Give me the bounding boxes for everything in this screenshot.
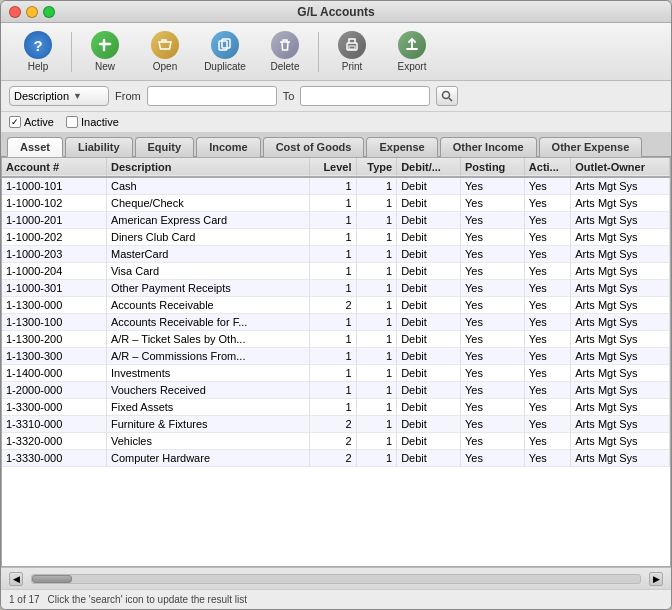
cell-outlet: Arts Mgt Sys [571, 399, 670, 416]
cell-account: 1-1000-203 [2, 246, 106, 263]
cell-posting: Yes [461, 177, 525, 195]
table-row[interactable]: 1-1300-200A/R – Ticket Sales by Oth...11… [2, 331, 670, 348]
to-label: To [283, 90, 295, 102]
cell-level: 1 [310, 195, 356, 212]
scroll-left-button[interactable]: ◀ [9, 572, 23, 586]
table-row[interactable]: 1-1000-204Visa Card11DebitYesYesArts Mgt… [2, 263, 670, 280]
table-row[interactable]: 1-3320-000Vehicles21DebitYesYesArts Mgt … [2, 433, 670, 450]
tab-other-income[interactable]: Other Income [440, 137, 537, 157]
active-checkbox-label[interactable]: ✓ Active [9, 116, 54, 128]
tab-expense[interactable]: Expense [366, 137, 437, 157]
delete-button[interactable]: Delete [256, 27, 314, 77]
cell-type: 1 [356, 297, 397, 314]
accounts-table-container[interactable]: Account # Description Level Type Debit/.… [1, 157, 671, 567]
col-header-description[interactable]: Description [106, 158, 309, 177]
from-input[interactable] [147, 86, 277, 106]
cell-account: 1-1000-201 [2, 212, 106, 229]
cell-level: 1 [310, 382, 356, 399]
horizontal-scrollbar: ◀ ▶ [1, 567, 671, 589]
cell-debit: Debit [397, 280, 461, 297]
search-button[interactable] [436, 86, 458, 106]
cell-type: 1 [356, 399, 397, 416]
cell-debit: Debit [397, 365, 461, 382]
cell-posting: Yes [461, 416, 525, 433]
cell-posting: Yes [461, 365, 525, 382]
table-row[interactable]: 1-1300-100Accounts Receivable for F...11… [2, 314, 670, 331]
cell-account: 1-1300-200 [2, 331, 106, 348]
cell-description: A/R – Ticket Sales by Oth... [106, 331, 309, 348]
cell-outlet: Arts Mgt Sys [571, 212, 670, 229]
open-button[interactable]: Open [136, 27, 194, 77]
table-row[interactable]: 1-3310-000Furniture & Fixtures21DebitYes… [2, 416, 670, 433]
col-header-account[interactable]: Account # [2, 158, 106, 177]
cell-type: 1 [356, 433, 397, 450]
tab-other-expense[interactable]: Other Expense [539, 137, 643, 157]
close-button[interactable] [9, 6, 21, 18]
table-row[interactable]: 1-1000-203MasterCard11DebitYesYesArts Mg… [2, 246, 670, 263]
minimize-button[interactable] [26, 6, 38, 18]
cell-debit: Debit [397, 450, 461, 467]
table-row[interactable]: 1-1300-300A/R – Commissions From...11Deb… [2, 348, 670, 365]
col-header-outlet[interactable]: Outlet-Owner [571, 158, 670, 177]
tab-liability[interactable]: Liability [65, 137, 133, 157]
tab-cost-of-goods[interactable]: Cost of Goods [263, 137, 365, 157]
cell-posting: Yes [461, 450, 525, 467]
col-header-level[interactable]: Level [310, 158, 356, 177]
cell-debit: Debit [397, 433, 461, 450]
cell-debit: Debit [397, 314, 461, 331]
cell-level: 1 [310, 212, 356, 229]
col-header-debit[interactable]: Debit/... [397, 158, 461, 177]
maximize-button[interactable] [43, 6, 55, 18]
cell-description: Vouchers Received [106, 382, 309, 399]
col-header-type[interactable]: Type [356, 158, 397, 177]
help-button[interactable]: ? Help [9, 27, 67, 77]
col-header-acti[interactable]: Acti... [524, 158, 570, 177]
print-icon [338, 31, 366, 59]
cell-account: 1-1000-204 [2, 263, 106, 280]
print-button[interactable]: Print [323, 27, 381, 77]
col-header-posting[interactable]: Posting [461, 158, 525, 177]
cell-acti: Yes [524, 314, 570, 331]
to-input[interactable] [300, 86, 430, 106]
tab-equity[interactable]: Equity [135, 137, 195, 157]
new-button[interactable]: New [76, 27, 134, 77]
cell-type: 1 [356, 280, 397, 297]
cell-debit: Debit [397, 297, 461, 314]
export-button[interactable]: Export [383, 27, 441, 77]
table-row[interactable]: 1-1400-000Investments11DebitYesYesArts M… [2, 365, 670, 382]
filter-dropdown[interactable]: Description ▼ [9, 86, 109, 106]
search-icon [441, 90, 453, 102]
active-checkbox[interactable]: ✓ [9, 116, 21, 128]
table-row[interactable]: 1-3300-000Fixed Assets11DebitYesYesArts … [2, 399, 670, 416]
scrollbar-track[interactable] [31, 574, 641, 584]
tab-asset[interactable]: Asset [7, 137, 63, 157]
window-title: G/L Accounts [297, 5, 374, 19]
cell-type: 1 [356, 450, 397, 467]
table-row[interactable]: 1-1000-101Cash11DebitYesYesArts Mgt Sys [2, 177, 670, 195]
table-row[interactable]: 1-1000-301Other Payment Receipts11DebitY… [2, 280, 670, 297]
cell-account: 1-1300-300 [2, 348, 106, 365]
inactive-checkbox-label[interactable]: Inactive [66, 116, 119, 128]
inactive-checkbox[interactable] [66, 116, 78, 128]
table-row[interactable]: 1-3330-000Computer Hardware21DebitYesYes… [2, 450, 670, 467]
cell-description: Cash [106, 177, 309, 195]
table-row[interactable]: 1-1000-202Diners Club Card11DebitYesYesA… [2, 229, 670, 246]
table-row[interactable]: 1-1300-000Accounts Receivable21DebitYesY… [2, 297, 670, 314]
scroll-right-button[interactable]: ▶ [649, 572, 663, 586]
cell-description: MasterCard [106, 246, 309, 263]
cell-description: Diners Club Card [106, 229, 309, 246]
scrollbar-thumb[interactable] [32, 575, 72, 583]
cell-acti: Yes [524, 195, 570, 212]
table-row[interactable]: 1-1000-201American Express Card11DebitYe… [2, 212, 670, 229]
duplicate-button[interactable]: Duplicate [196, 27, 254, 77]
cell-debit: Debit [397, 229, 461, 246]
cell-type: 1 [356, 195, 397, 212]
table-row[interactable]: 1-2000-000Vouchers Received11DebitYesYes… [2, 382, 670, 399]
cell-level: 1 [310, 263, 356, 280]
cell-level: 1 [310, 177, 356, 195]
cell-description: Other Payment Receipts [106, 280, 309, 297]
cell-posting: Yes [461, 348, 525, 365]
tab-income[interactable]: Income [196, 137, 261, 157]
table-row[interactable]: 1-1000-102Cheque/Check11DebitYesYesArts … [2, 195, 670, 212]
cell-posting: Yes [461, 382, 525, 399]
